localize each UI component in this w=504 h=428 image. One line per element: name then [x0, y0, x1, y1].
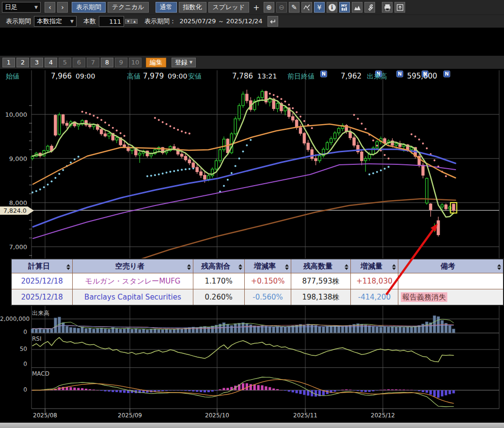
- open-label: 始値: [6, 72, 19, 81]
- table-cell: 1.170%: [193, 273, 244, 289]
- count-input[interactable]: 111: [99, 16, 124, 27]
- export-icon[interactable]: [394, 2, 405, 13]
- table-cell: -0.560%: [244, 289, 291, 306]
- volume-label: 出来高: [367, 72, 387, 81]
- short-table-body: 2025/12/18モルガン・スタンレーMUFG1.170%+0.150%877…: [11, 273, 504, 306]
- register-button[interactable]: 登録▼: [172, 58, 196, 67]
- info-icon[interactable]: i: [327, 2, 337, 13]
- technical-button[interactable]: テクニカル: [108, 2, 149, 13]
- table-cell: モルガン・スタンレーMUFG: [73, 273, 193, 289]
- preset-button-7[interactable]: 7: [87, 58, 99, 67]
- reset-range-icon[interactable]: [268, 16, 278, 27]
- table-cell: +0.150%: [244, 273, 291, 289]
- macd-axis-label: 0: [0, 386, 27, 393]
- next-button[interactable]: ›: [57, 2, 68, 13]
- preset-button-6[interactable]: 6: [73, 58, 85, 67]
- table-row: 2025/12/18Barclays Capital Securities0.2…: [11, 289, 504, 306]
- x-axis-label: 2025/10: [200, 412, 234, 419]
- horizontal-scrollbar[interactable]: [0, 423, 504, 428]
- preset-button-5[interactable]: 5: [59, 58, 71, 67]
- indexed-mode-button[interactable]: 指数化: [179, 2, 206, 13]
- open-time: 09:00: [76, 72, 95, 80]
- preset-button-8[interactable]: 8: [101, 58, 113, 67]
- step-up-icon[interactable]: ▲: [131, 19, 138, 24]
- table-cell: 報告義務消失: [398, 289, 504, 306]
- count-mode-select[interactable]: 本数指定▼: [34, 16, 77, 27]
- table-cell: [398, 273, 504, 289]
- current-price-tag: 7,824.0: [0, 206, 34, 215]
- spread-mode-button[interactable]: スプレッド: [208, 2, 250, 13]
- table-header-5[interactable]: 増減量: [350, 259, 398, 273]
- table-row: 2025/12/18モルガン・スタンレーMUFG1.170%+0.150%877…: [11, 273, 504, 289]
- table-header-4[interactable]: 残高数量: [291, 259, 350, 273]
- svg-text:N: N: [445, 71, 449, 77]
- volume-panel-title: 出来高: [32, 309, 49, 317]
- volume-axis-label: 2,000,000: [0, 316, 27, 322]
- trend-cursor-icon[interactable]: [301, 2, 312, 13]
- y-axis-label: 7,000: [0, 243, 27, 251]
- wrench-icon[interactable]: [364, 2, 375, 13]
- macd-panel-title: MACD: [32, 370, 49, 377]
- preset-button-2[interactable]: 2: [16, 58, 29, 67]
- volume-axis-label: 0: [0, 329, 27, 335]
- table-cell: +118,030: [350, 273, 398, 289]
- yen-icon[interactable]: ¥: [314, 2, 325, 13]
- sort-icon[interactable]: [285, 264, 289, 270]
- y-axis-label: 9,000: [0, 155, 27, 162]
- short-position-table: 計算日空売り者残高割合増減率残高数量増減量備考 2025/12/18モルガン・ス…: [11, 258, 504, 306]
- print-icon[interactable]: [382, 2, 393, 13]
- rsi-panel-title: RSI: [32, 335, 42, 342]
- volume-bars: [31, 316, 455, 333]
- step-down-icon[interactable]: ▼: [125, 19, 131, 24]
- candles: [31, 90, 455, 237]
- count-stepper[interactable]: ▼▲: [125, 19, 138, 24]
- table-header-2[interactable]: 残高割合: [193, 259, 244, 273]
- preset-button-4[interactable]: 4: [45, 58, 57, 67]
- preset-button-9[interactable]: 9: [115, 58, 127, 67]
- sort-icon[interactable]: [497, 264, 501, 270]
- zoom-out-icon: ⊖: [276, 2, 287, 13]
- table-cell: Barclays Capital Securities: [73, 289, 193, 306]
- table-header-6[interactable]: 備考: [398, 259, 504, 273]
- zoom-in-icon[interactable]: ⊕: [264, 2, 274, 13]
- mountain-chart-icon[interactable]: [352, 2, 362, 13]
- open-price: 7,966: [43, 72, 72, 80]
- x-axis-label: 2025/09: [113, 412, 147, 419]
- preset-button-10[interactable]: 10: [129, 58, 142, 67]
- period-label: 表示期間: [6, 17, 31, 26]
- table-header-0[interactable]: 計算日: [11, 259, 73, 273]
- table-cell: 2025/12/18: [11, 273, 73, 289]
- range-label: 表示期間 :: [144, 17, 174, 26]
- high-price: 7,979: [135, 72, 164, 80]
- prev-close-label: 前日終値: [287, 72, 315, 81]
- table-header-1[interactable]: 空売り者: [73, 259, 193, 273]
- rsi-axis-label: 0: [0, 361, 27, 367]
- table-cell: 0.260%: [193, 289, 244, 306]
- preset-bar: 12345678910編集登録▼: [0, 56, 504, 69]
- preset-button-1[interactable]: 1: [2, 58, 15, 67]
- table-header-3[interactable]: 増減率: [244, 259, 291, 273]
- normal-mode-button[interactable]: 通常: [156, 2, 177, 13]
- price-chart[interactable]: NNNNN: [0, 69, 504, 428]
- x-axis-label: 2025/08: [28, 412, 62, 419]
- y-axis-label: 8,000: [0, 199, 27, 206]
- my-chart-icon[interactable]: MY: [339, 2, 350, 13]
- sort-icon[interactable]: [238, 264, 242, 270]
- svg-text:N: N: [398, 71, 402, 77]
- preset-button-3[interactable]: 3: [31, 58, 43, 67]
- low-price: 7,786: [224, 72, 253, 80]
- x-axis-label: 2025/11: [288, 412, 322, 419]
- prev-button[interactable]: ‹: [45, 2, 55, 13]
- low-time: 13:21: [257, 72, 277, 80]
- count-label: 本数: [83, 17, 96, 26]
- timeframe-select[interactable]: 日足▼: [2, 2, 41, 13]
- sort-icon[interactable]: [392, 264, 396, 270]
- plus-icon[interactable]: +: [251, 2, 262, 13]
- edit-button[interactable]: 編集: [146, 58, 166, 67]
- toolbar: 日足▼ ‹ › 表示期間 テクニカル 通常 指数化 スプレッド + ⊕ ⊖ ✎ …: [0, 0, 504, 15]
- sort-icon[interactable]: [187, 264, 191, 270]
- sort-icon[interactable]: [345, 264, 348, 270]
- draw-icon[interactable]: ✎: [289, 2, 299, 13]
- sort-icon[interactable]: [66, 264, 70, 270]
- display-period-button[interactable]: 表示期間: [72, 2, 106, 13]
